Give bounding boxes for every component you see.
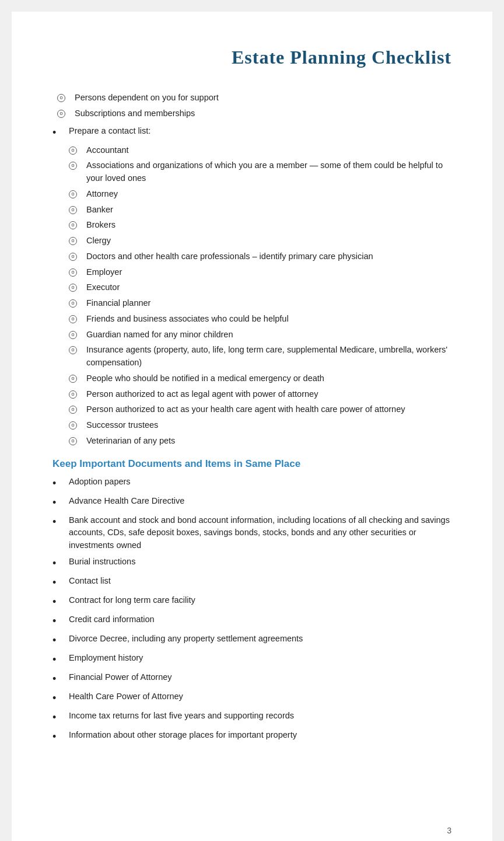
bullet-dot-icon: •	[52, 477, 56, 489]
list-item: • Prepare a contact list:	[52, 125, 452, 141]
list-item: • Credit card information	[52, 613, 452, 629]
circle-marker: o	[64, 435, 86, 445]
list-item: o Accountant	[64, 144, 452, 157]
prepare-list: • Prepare a contact list:	[52, 125, 452, 141]
list-item: o Veterinarian of any pets	[64, 435, 452, 448]
list-item: o Friends and business associates who co…	[64, 313, 452, 326]
item-text: Doctors and other health care profession…	[86, 250, 373, 263]
bullet-dot-icon: •	[52, 497, 56, 508]
list-item: • Advance Health Care Directive	[52, 495, 452, 511]
item-text: Contact list	[69, 575, 111, 588]
circle-marker: o	[64, 266, 86, 277]
section-heading-keep: Keep Important Documents and Items in Sa…	[52, 458, 452, 470]
bullet-dot-icon: •	[52, 615, 56, 627]
list-item: • Divorce Decree, including any property…	[52, 633, 452, 648]
circle-icon: o	[69, 331, 77, 339]
list-item: • Income tax returns for last five years…	[52, 710, 452, 725]
bullet-dot-icon: •	[52, 557, 56, 569]
list-item: o Successor trustees	[64, 419, 452, 432]
list-item: o Executor	[64, 281, 452, 294]
item-text: Guardian named for any minor children	[86, 329, 233, 341]
circle-marker: o	[64, 297, 86, 308]
circle-marker: o	[64, 344, 86, 354]
item-text: Brokers	[86, 219, 116, 232]
circle-marker: o	[64, 235, 86, 245]
bullet-marker: •	[52, 476, 69, 491]
item-text: Clergy	[86, 235, 111, 247]
circle-icon: o	[69, 268, 77, 277]
keep-documents-list: • Adoption papers • Advance Health Care …	[52, 476, 452, 745]
list-item: o Persons dependent on you for support	[52, 92, 452, 104]
list-item: o Guardian named for any minor children	[64, 329, 452, 341]
item-text: People who should be notified in a medic…	[86, 372, 324, 385]
bullet-dot-icon: •	[52, 711, 56, 723]
circle-marker: o	[52, 92, 75, 102]
list-item: o Insurance agents (property, auto, life…	[64, 344, 452, 369]
circle-icon: o	[69, 390, 77, 399]
page: Estate Planning Checklist o Persons depe…	[12, 12, 492, 841]
item-text: Employment history	[69, 652, 143, 665]
list-item: • Bank account and stock and bond accoun…	[52, 514, 452, 552]
circle-icon: o	[69, 421, 77, 430]
circle-icon: o	[69, 375, 77, 383]
contact-circle-list: o Accountant o Associations and organiza…	[52, 144, 452, 448]
item-text: Employer	[86, 266, 122, 279]
item-text: Insurance agents (property, auto, life, …	[86, 344, 452, 369]
bullet-marker: •	[52, 556, 69, 571]
circle-marker: o	[64, 403, 86, 414]
item-text: Adoption papers	[69, 476, 131, 488]
bullet-marker: •	[52, 613, 69, 629]
list-item: o Financial planner	[64, 297, 452, 310]
item-text: Associations and organizations of which …	[86, 159, 452, 185]
list-item: o Person authorized to act as your healt…	[64, 403, 452, 416]
bullet-dot-icon: •	[52, 127, 56, 138]
list-item: o Doctors and other health care professi…	[64, 250, 452, 263]
list-item: o Clergy	[64, 235, 452, 247]
list-item: o Attorney	[64, 188, 452, 201]
list-item: • Contract for long term care facility	[52, 594, 452, 610]
list-item: o Associations and organizations of whic…	[64, 159, 452, 185]
circle-marker: o	[64, 329, 86, 339]
list-item: o Employer	[64, 266, 452, 279]
circle-marker: o	[64, 204, 86, 214]
item-text: Executor	[86, 281, 120, 294]
circle-icon: o	[69, 406, 77, 414]
circle-icon: o	[69, 206, 77, 214]
item-text: Attorney	[86, 188, 118, 201]
item-text: Veterinarian of any pets	[86, 435, 175, 448]
top-circle-list: o Persons dependent on you for support o…	[52, 92, 452, 120]
list-item: o People who should be notified in a med…	[64, 372, 452, 385]
circle-marker: o	[64, 419, 86, 430]
item-text: Successor trustees	[86, 419, 158, 432]
bullet-dot-icon: •	[52, 692, 56, 704]
circle-marker: o	[64, 188, 86, 198]
bullet-marker: •	[52, 690, 69, 706]
circle-marker: o	[64, 144, 86, 155]
circle-marker: o	[64, 313, 86, 323]
circle-marker: o	[64, 250, 86, 261]
item-text: Person authorized to act as legal agent …	[86, 388, 318, 401]
bullet-marker: •	[52, 575, 69, 591]
page-number: 3	[447, 826, 452, 835]
item-text: Contract for long term care facility	[69, 594, 195, 607]
bullet-marker: •	[52, 671, 69, 687]
circle-marker: o	[64, 372, 86, 383]
circle-icon: o	[69, 190, 77, 198]
bullet-marker: •	[52, 594, 69, 610]
bullet-dot-icon: •	[52, 596, 56, 608]
circle-icon: o	[69, 284, 77, 292]
item-text: Bank account and stock and bond account …	[69, 514, 452, 552]
item-text: Divorce Decree, including any property s…	[69, 633, 303, 645]
circle-marker: o	[64, 159, 86, 170]
list-item: • Burial instructions	[52, 556, 452, 571]
bullet-dot-icon: •	[52, 577, 56, 588]
list-item: o Brokers	[64, 219, 452, 232]
circle-icon: o	[69, 315, 77, 323]
item-text: Financial planner	[86, 297, 150, 310]
circle-icon: o	[57, 110, 65, 118]
circle-icon: o	[69, 299, 77, 308]
item-text: Subscriptions and memberships	[75, 107, 195, 120]
item-text: Income tax returns for last five years a…	[69, 710, 294, 723]
circle-icon: o	[69, 221, 77, 229]
item-text: Persons dependent on you for support	[75, 92, 219, 104]
